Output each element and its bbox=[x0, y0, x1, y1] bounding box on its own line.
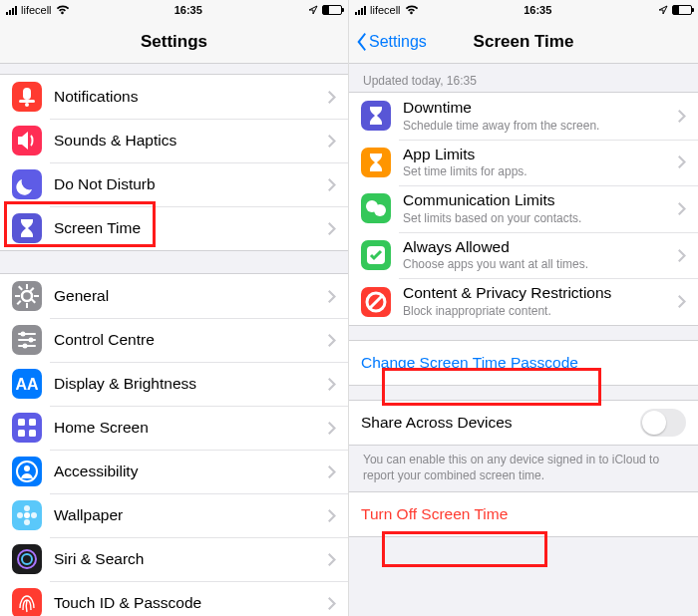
location-icon bbox=[658, 5, 668, 15]
svg-point-17 bbox=[24, 512, 30, 518]
change-passcode-label: Change Screen Time Passcode bbox=[361, 354, 686, 373]
chat-icon bbox=[361, 193, 391, 223]
navbar: Settings Screen Time bbox=[349, 20, 698, 64]
settings-row-notifications[interactable]: Notifications bbox=[0, 75, 348, 119]
settings-screen: lifecell 16:35 Settings NotificationsSou… bbox=[0, 0, 349, 616]
row-subtitle: Set limits based on your contacts. bbox=[403, 211, 672, 226]
settings-row-sounds-haptics[interactable]: Sounds & Haptics bbox=[0, 119, 348, 162]
feature-row-always-allowed[interactable]: Always AllowedChoose apps you want at al… bbox=[349, 232, 698, 279]
settings-row-siri-search[interactable]: Siri & Search bbox=[0, 537, 348, 581]
row-label: App Limits bbox=[403, 146, 672, 164]
navbar: Settings bbox=[0, 20, 348, 64]
svg-rect-14 bbox=[29, 430, 36, 437]
feature-row-app-limits[interactable]: App LimitsSet time limits for apps. bbox=[349, 140, 698, 186]
row-subtitle: Set time limits for apps. bbox=[403, 164, 672, 179]
svg-rect-11 bbox=[18, 419, 25, 426]
chevron-right-icon bbox=[328, 135, 336, 148]
settings-row-screen-time[interactable]: Screen Time bbox=[0, 206, 348, 250]
chevron-right-icon bbox=[328, 553, 336, 566]
back-button[interactable]: Settings bbox=[355, 20, 427, 63]
row-label: Display & Brightness bbox=[54, 375, 322, 394]
location-icon bbox=[308, 5, 318, 15]
chevron-right-icon bbox=[328, 465, 336, 478]
svg-point-25 bbox=[374, 204, 386, 216]
row-label: Home Screen bbox=[54, 419, 322, 438]
chevron-right-icon bbox=[678, 249, 686, 262]
screen-time-screen: lifecell 16:35 Settings Screen Time Upda… bbox=[349, 0, 698, 616]
row-label: Accessibility bbox=[54, 462, 322, 481]
chevron-right-icon bbox=[328, 222, 336, 235]
chevron-left-icon bbox=[355, 33, 367, 51]
row-label: Always Allowed bbox=[403, 238, 672, 257]
moon-icon bbox=[12, 169, 42, 199]
row-label: Siri & Search bbox=[54, 550, 322, 569]
svg-point-16 bbox=[24, 465, 30, 471]
svg-rect-12 bbox=[29, 419, 36, 426]
carrier-label: lifecell bbox=[21, 4, 52, 16]
svg-point-21 bbox=[31, 512, 37, 518]
svg-point-18 bbox=[24, 505, 30, 511]
bell-icon bbox=[12, 82, 42, 112]
finger-icon bbox=[12, 588, 42, 616]
share-toggle[interactable] bbox=[640, 409, 686, 437]
share-label: Share Across Devices bbox=[361, 414, 640, 433]
clock: 16:35 bbox=[174, 4, 202, 16]
chevron-right-icon bbox=[678, 110, 686, 123]
back-label: Settings bbox=[369, 33, 427, 51]
svg-point-7 bbox=[29, 338, 34, 343]
gear-icon bbox=[12, 281, 42, 311]
row-label: Downtime bbox=[403, 99, 672, 118]
svg-rect-0 bbox=[23, 88, 31, 100]
row-label: General bbox=[54, 287, 322, 306]
settings-row-general[interactable]: General bbox=[0, 274, 348, 318]
svg-point-22 bbox=[18, 550, 36, 568]
svg-point-9 bbox=[23, 344, 28, 349]
turn-off-screen-time[interactable]: Turn Off Screen Time bbox=[349, 492, 698, 536]
hourglass-icon bbox=[361, 101, 391, 131]
hourglass-icon bbox=[361, 148, 391, 177]
row-label: Wallpaper bbox=[54, 506, 322, 525]
speaker-icon bbox=[12, 126, 42, 155]
chevron-right-icon bbox=[328, 334, 336, 347]
settings-row-accessibility[interactable]: Accessibility bbox=[0, 450, 348, 493]
carrier-label: lifecell bbox=[370, 4, 401, 16]
row-label: Do Not Disturb bbox=[54, 175, 322, 194]
page-title: Screen Time bbox=[474, 32, 574, 52]
feature-row-downtime[interactable]: DowntimeSchedule time away from the scre… bbox=[349, 93, 698, 140]
battery-icon bbox=[322, 5, 342, 15]
signal-icon bbox=[6, 6, 17, 15]
person-icon bbox=[12, 457, 42, 486]
chevron-right-icon bbox=[328, 378, 336, 391]
share-across-devices-row[interactable]: Share Across Devices bbox=[349, 401, 698, 445]
svg-rect-1 bbox=[19, 100, 35, 103]
settings-row-control-centre[interactable]: Control Centre bbox=[0, 318, 348, 362]
row-subtitle: Block inappropriate content. bbox=[403, 304, 672, 319]
flower-icon bbox=[12, 500, 42, 530]
row-label: Sounds & Haptics bbox=[54, 132, 322, 151]
status-bar: lifecell 16:35 bbox=[349, 0, 698, 20]
change-screen-time-passcode[interactable]: Change Screen Time Passcode bbox=[349, 341, 698, 385]
svg-rect-13 bbox=[18, 430, 25, 437]
feature-row-content-privacy[interactable]: Content & Privacy RestrictionsBlock inap… bbox=[349, 278, 698, 325]
settings-row-display-brightness[interactable]: AADisplay & Brightness bbox=[0, 362, 348, 406]
row-label: Communication Limits bbox=[403, 191, 672, 210]
settings-row-touch-id-passcode[interactable]: Touch ID & Passcode bbox=[0, 581, 348, 616]
chevron-right-icon bbox=[328, 91, 336, 104]
sliders-icon bbox=[12, 325, 42, 355]
grid-icon bbox=[12, 413, 42, 443]
settings-row-home-screen[interactable]: Home Screen bbox=[0, 406, 348, 450]
feature-row-communication-limits[interactable]: Communication LimitsSet limits based on … bbox=[349, 185, 698, 232]
siri-icon bbox=[12, 544, 42, 574]
page-title: Settings bbox=[141, 32, 207, 52]
svg-point-5 bbox=[21, 332, 26, 337]
svg-point-23 bbox=[22, 554, 32, 564]
settings-row-wallpaper[interactable]: Wallpaper bbox=[0, 493, 348, 537]
svg-point-3 bbox=[22, 291, 32, 301]
check-icon bbox=[361, 240, 391, 270]
nosign-icon bbox=[361, 287, 391, 317]
row-label: Control Centre bbox=[54, 331, 322, 350]
row-subtitle: Choose apps you want at all times. bbox=[403, 257, 672, 272]
settings-row-do-not-disturb[interactable]: Do Not Disturb bbox=[0, 162, 348, 206]
share-footer: You can enable this on any device signed… bbox=[349, 446, 698, 491]
updated-label: Updated today, 16:35 bbox=[349, 64, 698, 92]
